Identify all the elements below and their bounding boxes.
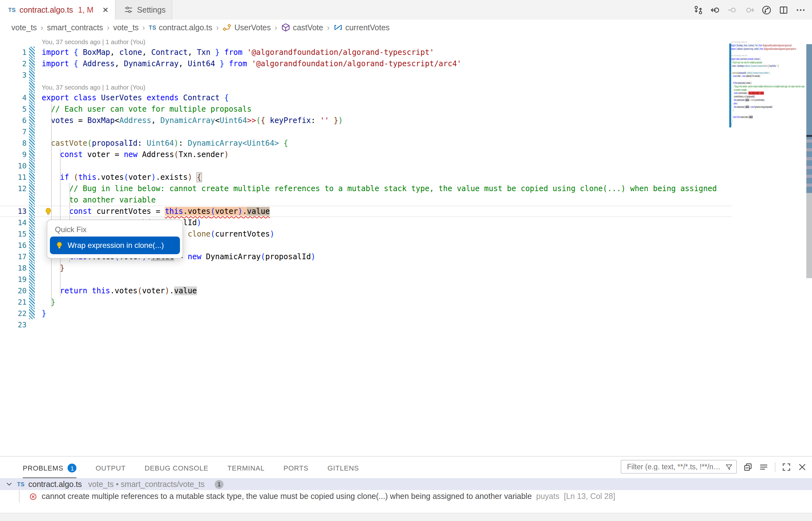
line-number: 4	[0, 92, 26, 104]
error-icon	[29, 492, 37, 500]
modified-line-indicator	[29, 126, 35, 137]
code-row[interactable]: 4export class UserVotes extends Contract…	[0, 92, 732, 104]
code-row: 1import { BoxMap, clone, Contract, Txn }…	[731, 44, 805, 47]
tab-contract-algo-ts[interactable]: TScontract.algo.ts1, M✕	[0, 0, 115, 20]
code-row: 16 } else {	[731, 101, 805, 105]
modified-line-indicator	[29, 194, 35, 206]
code-row[interactable]: 11 if (this.votes(voter).exists) {	[0, 172, 732, 183]
problem-source: puyats	[536, 492, 559, 501]
code-row[interactable]: 10	[0, 160, 732, 172]
code-row[interactable]: 2import { Address, DynamicArray, Uint64 …	[0, 58, 732, 69]
code-row[interactable]: 22}	[0, 308, 732, 319]
panel-tab-output[interactable]: OUTPUT	[96, 457, 126, 478]
code-text: this.votes(voter).value = clone(currentV…	[731, 98, 764, 102]
breadcrumb-item-castvote[interactable]: castVote	[281, 23, 323, 32]
panel-tab-debug-console[interactable]: DEBUG CONSOLE	[145, 457, 208, 478]
code-row[interactable]: 23	[0, 319, 732, 331]
code-row[interactable]: 8 castVote(proposalId: Uint64): DynamicA…	[0, 137, 732, 149]
quick-fix-item-wrap-in-clone[interactable]: Wrap expression in clone(...)	[50, 236, 180, 254]
code-row[interactable]: 21 }	[0, 296, 732, 308]
code-text: import { BoxMap, clone, Contract, Txn } …	[731, 44, 792, 47]
panel-tab-problems[interactable]: PROBLEMS1	[23, 457, 77, 478]
open-changes-icon[interactable]	[693, 5, 703, 15]
modified-line-indicator	[29, 58, 35, 69]
bottom-panel: PROBLEMS1OUTPUTDEBUG CONSOLETERMINALPORT…	[0, 456, 812, 521]
modified-line-indicator	[29, 47, 35, 58]
code-editor[interactable]: You, 37 seconds ago | 1 author (You)1imp…	[0, 35, 812, 456]
problems-filter[interactable]	[621, 460, 737, 474]
previous-change-icon[interactable]	[727, 5, 738, 15]
modified-line-indicator	[29, 149, 35, 160]
line-number: 5	[0, 104, 26, 115]
code-row: 22}	[731, 122, 805, 126]
minimap[interactable]: You, 37 seconds ago | 1 author (You)1imp…	[731, 40, 805, 148]
collapse-all-icon[interactable]	[743, 462, 753, 472]
code-row: 5 // Each user can vote for multiple pro…	[731, 61, 805, 64]
code-row[interactable]: 20 return this.votes(voter).value	[0, 285, 732, 296]
problems-file-count-badge: 1	[215, 480, 223, 489]
code-text: currentVotes.push(proposalId)	[731, 95, 755, 98]
filter-funnel-icon	[725, 463, 733, 471]
code-row[interactable]: 19	[0, 274, 732, 285]
quick-fix-popup: Quick Fix Wrap expression in clone(...)	[47, 220, 183, 258]
maximize-panel-icon[interactable]	[782, 462, 791, 472]
breadcrumb-item-smart-contracts[interactable]: smart_contracts	[47, 23, 103, 32]
vscode-window: TScontract.algo.ts1, M✕Settings vote_ts›…	[0, 0, 812, 521]
tab-decoration: 1, M	[78, 5, 93, 14]
commit-graph-icon[interactable]	[762, 5, 772, 15]
code-row[interactable]: 7	[0, 126, 732, 137]
code-row[interactable]: 3	[0, 69, 732, 81]
code-row[interactable]: 18 }	[0, 263, 732, 274]
modified-line-indicator	[29, 251, 35, 263]
wrapped-code-row[interactable]: to another variable	[0, 194, 732, 206]
modified-line-indicator	[29, 308, 35, 319]
quick-fix-title: Quick Fix	[47, 220, 183, 234]
code-text: // Bug in line below: cannot create mult…	[42, 183, 717, 194]
breadcrumb-item-vote-ts[interactable]: vote_ts	[113, 23, 138, 32]
gitlens-blame-text: You, 37 seconds ago | 1 author (You)	[42, 82, 145, 93]
panel-tab-gitlens[interactable]: GITLENS	[327, 457, 359, 478]
split-editor-icon[interactable]	[778, 5, 789, 15]
code-row: 23	[731, 126, 805, 129]
tab-settings[interactable]: Settings	[115, 0, 172, 20]
code-row[interactable]: 9 const voter = new Address(Txn.sender)	[0, 149, 732, 160]
breadcrumb-item-vote-ts[interactable]: vote_ts	[12, 23, 37, 32]
problems-count-badge: 1	[68, 464, 77, 473]
problems-file-name: contract.algo.ts	[28, 480, 82, 489]
code-row[interactable]: 5 // Each user can vote for multiple pro…	[0, 104, 732, 115]
more-actions-icon[interactable]	[796, 5, 806, 15]
go-back-icon[interactable]	[710, 5, 721, 15]
code-text: }	[731, 122, 732, 126]
code-row[interactable]: 1import { BoxMap, clone, Contract, Txn }…	[0, 47, 732, 58]
breadcrumb-item-contract-algo-ts[interactable]: TScontract.algo.ts	[149, 23, 212, 32]
code-text: }	[731, 109, 733, 112]
problem-row[interactable]: cannot create multiple references to a m…	[0, 490, 812, 503]
code-row[interactable]: 13 const currentVotes = this.votes(voter…	[0, 206, 732, 217]
close-tab-icon[interactable]: ✕	[102, 6, 109, 14]
problems-filter-input[interactable]	[626, 462, 722, 471]
line-number: 12	[0, 183, 26, 194]
line-number: 23	[0, 319, 26, 331]
modified-line-indicator	[29, 228, 35, 240]
code-row[interactable]: 12 // Bug in line below: cannot create m…	[0, 183, 732, 194]
view-as-list-icon[interactable]	[759, 462, 768, 472]
overview-cursor-mark	[806, 135, 812, 137]
code-text: }	[42, 263, 64, 274]
close-panel-icon[interactable]	[797, 462, 807, 472]
gitlens-blame-text: You, 37 seconds ago | 1 author (You)	[731, 41, 747, 43]
panel-tab-terminal[interactable]: TERMINAL	[227, 457, 264, 478]
problems-file-row[interactable]: TS contract.algo.ts vote_ts • smart_cont…	[0, 478, 812, 490]
breadcrumb-item-currentvotes[interactable]: currentVotes	[334, 23, 390, 32]
code-row: 2import { Address, DynamicArray, Uint64 …	[731, 47, 805, 51]
breadcrumb-label: vote_ts	[12, 23, 37, 32]
chevron-down-icon[interactable]	[5, 480, 13, 488]
breadcrumb-item-uservotes[interactable]: UserVotes	[222, 23, 271, 32]
scrollbar-thumb[interactable]	[806, 193, 812, 278]
overview-ruler[interactable]	[806, 35, 812, 456]
code-row[interactable]: 6 votes = BoxMap<Address, DynamicArray<U…	[0, 115, 732, 126]
indent-guide	[51, 104, 52, 308]
modified-line-indicator	[29, 183, 35, 194]
panel-tab-ports[interactable]: PORTS	[283, 457, 308, 478]
code-text: } else {	[731, 101, 738, 105]
next-change-icon[interactable]	[744, 5, 754, 15]
